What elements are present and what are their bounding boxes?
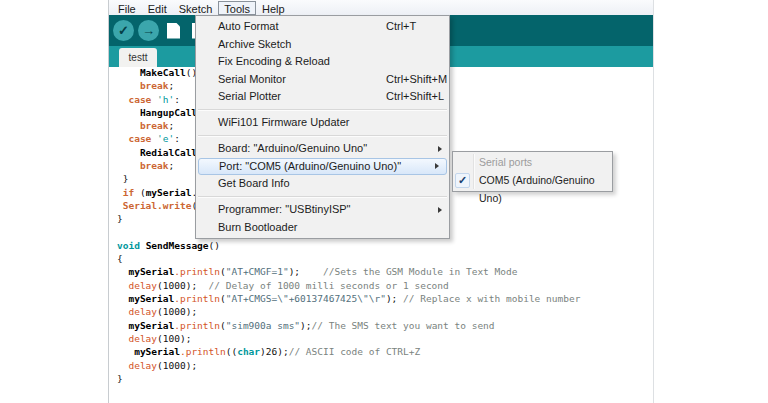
code-token: ); (300, 320, 311, 331)
menu-item-label: Get Board Info (218, 177, 290, 189)
code-token: .println (180, 346, 226, 357)
page-icon (167, 23, 180, 39)
menu-item-serial-monitor[interactable]: Serial MonitorCtrl+Shift+M (196, 71, 449, 89)
menu-item-board-arduino-genuino-uno[interactable]: Board: "Arduino/Genuino Uno" (196, 140, 449, 158)
code-token: delay (128, 333, 157, 344)
menubar-item-tools[interactable]: Tools (218, 1, 256, 15)
code-line: delay(1000); (117, 306, 197, 317)
code-token: mySerial (128, 266, 174, 277)
tab-testt[interactable]: testt (119, 48, 157, 67)
menubar-item-file[interactable]: File (112, 1, 142, 15)
submenu-arrow-icon (438, 207, 442, 213)
code-line: } (117, 373, 123, 384)
submenu-arrow-icon (438, 146, 442, 152)
menu-item-wifi101-firmware-updater[interactable]: WiFi101 Firmware Updater (196, 114, 449, 132)
menu-item-archive-sketch[interactable]: Archive Sketch (196, 36, 449, 54)
code-token (117, 160, 140, 171)
code-token (117, 280, 128, 291)
code-token (117, 133, 128, 144)
code-token: (1000); (157, 360, 197, 371)
new-sketch-button[interactable] (163, 20, 184, 41)
menu-item-label: Programmer: "USBtinyISP" (218, 203, 351, 215)
menu-item-shortcut: Ctrl+Shift+M (386, 71, 447, 89)
menu-item-label: Serial Plotter (218, 90, 281, 102)
code-token: .println (174, 320, 220, 331)
menu-separator (196, 132, 449, 141)
code-token: "AT+CMGF=1" (226, 266, 289, 277)
submenu-item-com5-arduino-genuino-uno[interactable]: ✓COM5 (Arduino/Genuino Uno) (453, 171, 612, 189)
code-token (117, 333, 128, 344)
menu-item-burn-bootloader[interactable]: Burn Bootloader (196, 219, 449, 237)
code-token: .println (174, 266, 220, 277)
code-line: case 'e': (117, 133, 180, 144)
code-token: MakeCall (140, 67, 186, 78)
port-submenu: Serial ports ✓COM5 (Arduino/Genuino Uno) (452, 151, 613, 192)
code-token: .println (174, 293, 220, 304)
code-token: mySerial (128, 293, 174, 304)
code-token: mySerial (128, 320, 174, 331)
code-line: break; (117, 160, 174, 171)
code-token (117, 120, 140, 131)
menu-item-serial-plotter[interactable]: Serial PlotterCtrl+Shift+L (196, 88, 449, 106)
menu-item-port-com5-arduino-genuino-uno[interactable]: Port: "COM5 (Arduino/Genuino Uno)" (198, 158, 447, 176)
code-token: } (117, 213, 123, 224)
code-token: "AT+CMGS=\"+60137467425\"\r" (226, 293, 386, 304)
menu-item-label: Burn Bootloader (218, 221, 298, 233)
code-token: // ASCII code of CTRL+Z (289, 346, 421, 357)
code-token: : (174, 133, 180, 144)
menubar-item-edit[interactable]: Edit (142, 1, 173, 15)
menu-item-label: WiFi101 Firmware Updater (218, 116, 349, 128)
port-submenu-header: Serial ports (453, 154, 612, 171)
code-token: char (237, 346, 260, 357)
code-line: mySerial.println("AT+CMGS=\"+60137467425… (117, 293, 580, 304)
code-token: () (209, 240, 220, 251)
verify-button[interactable]: ✓ (113, 20, 134, 41)
page: FileEditSketchToolsHelp ✓→ testt MakeCal… (0, 0, 768, 403)
code-token: delay (128, 306, 157, 317)
menubar-item-help[interactable]: Help (256, 1, 291, 15)
code-token: { (117, 253, 123, 264)
code-line: void SendMessage() (117, 240, 220, 251)
code-line: } (117, 213, 123, 224)
code-token (117, 67, 140, 78)
code-token: RedialCall (140, 147, 197, 158)
code-line: delay(1000); (117, 360, 197, 371)
code-line: break; (117, 80, 174, 91)
code-token: ; (169, 80, 175, 91)
menubar-item-sketch[interactable]: Sketch (173, 1, 219, 15)
code-token (117, 94, 128, 105)
menu-item-programmer-usbtinyisp[interactable]: Programmer: "USBtinyISP" (196, 201, 449, 219)
code-token: 'h' (157, 94, 174, 105)
code-token: Serial.write (123, 200, 192, 211)
code-line: { (117, 253, 123, 264)
check-icon: ✓ (118, 24, 129, 37)
code-token: } (117, 173, 128, 184)
submenu-arrow-icon (435, 163, 439, 169)
tools-menu: Auto FormatCtrl+TArchive SketchFix Encod… (195, 15, 450, 239)
menu-item-label: Board: "Arduino/Genuino Uno" (218, 142, 367, 154)
menu-item-fix-encoding-reload[interactable]: Fix Encoding & Reload (196, 53, 449, 71)
code-token: mySerial (134, 346, 180, 357)
code-token (117, 360, 128, 371)
code-token: (1000); (157, 280, 208, 291)
code-token: ( (134, 187, 145, 198)
menu-item-shortcut: Ctrl+T (386, 18, 416, 36)
code-token: break (140, 160, 169, 171)
menu-item-get-board-info[interactable]: Get Board Info (196, 175, 449, 193)
code-token: break (140, 80, 169, 91)
code-token: (100); (157, 333, 191, 344)
code-token: SendMessage (146, 240, 209, 251)
menu-item-label: Serial Monitor (218, 73, 286, 85)
code-line: break; (117, 120, 174, 131)
code-token: "sim900a sms" (226, 320, 300, 331)
code-token: // Replace x with mobile number (403, 293, 580, 304)
code-token (117, 107, 140, 118)
upload-button[interactable]: → (138, 20, 159, 41)
code-token: : (174, 94, 180, 105)
code-line: } (117, 173, 128, 184)
menu-item-auto-format[interactable]: Auto FormatCtrl+T (196, 18, 449, 36)
code-token: // Delay of 1000 milli seconds or 1 seco… (209, 280, 449, 291)
code-token: )26); (260, 346, 289, 357)
code-token: delay (128, 280, 157, 291)
menubar: FileEditSketchToolsHelp (109, 0, 653, 15)
